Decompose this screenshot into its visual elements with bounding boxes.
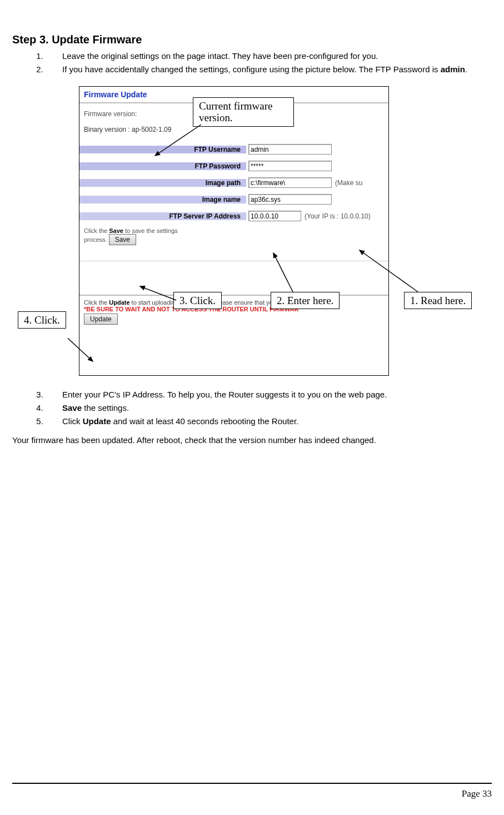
hint-image-path: (Make su	[335, 179, 362, 187]
list-item: Save the settings.	[46, 402, 492, 414]
list-item: If you have accidentally changed the set…	[46, 64, 492, 75]
callout-step4: 4. Click.	[18, 311, 66, 329]
input-image-name[interactable]	[248, 194, 332, 205]
label-ftp-username: FTP Username	[79, 146, 246, 153]
step-title: Step 3. Update Firmware	[12, 33, 492, 46]
save-row: Click the Save to save the settings proc…	[79, 225, 388, 246]
binary-version: Binary version : ap-5002-1.09	[79, 126, 388, 141]
input-ftp-username[interactable]	[248, 144, 332, 155]
list-item: Click Update and wait at least 40 second…	[46, 416, 492, 427]
label-ftp-ip: FTP Server IP Address	[79, 212, 246, 220]
callout-step3: 3. Click.	[173, 292, 222, 310]
save-button[interactable]: Save	[109, 234, 136, 245]
save-instruction: Click the Save to save the settings proc…	[84, 226, 178, 245]
row-image-name: Image name	[79, 191, 388, 208]
document-page: Step 3. Update Firmware Leave the origin…	[0, 0, 504, 815]
input-ftp-password[interactable]	[248, 161, 332, 171]
input-ftp-ip[interactable]	[248, 211, 301, 221]
label-image-path: Image path	[79, 179, 246, 187]
label-ftp-password: FTP Password	[79, 162, 246, 170]
row-ftp-password: FTP Password	[79, 158, 388, 175]
label-image-name: Image name	[79, 196, 246, 203]
input-image-path[interactable]	[248, 177, 332, 188]
firmware-update-panel: Firmware Update Firmware version: Binary…	[79, 86, 389, 376]
row-ftp-username: FTP Username	[79, 141, 388, 158]
list-item: Enter your PC's IP Address. To help you,…	[46, 389, 492, 400]
update-button[interactable]: Update	[84, 314, 118, 325]
callout-step1: 1. Read here.	[404, 292, 472, 310]
footer-rule	[12, 783, 492, 784]
row-ftp-ip: FTP Server IP Address (Your IP is : 10.0…	[79, 208, 388, 225]
figure-wrapper: Firmware Update Firmware version: Binary…	[68, 83, 504, 389]
page-number: Page 33	[462, 788, 492, 799]
hint-ftp-ip: (Your IP is : 10.0.0.10)	[305, 212, 371, 220]
closing-paragraph: Your firmware has been updated. After re…	[12, 435, 492, 446]
instruction-list-bottom: Enter your PC's IP Address. To help you,…	[46, 389, 492, 428]
update-block: Click the Update to start uploading of f…	[79, 296, 388, 328]
panel-spacer	[79, 261, 388, 296]
list-item: Leave the original settings on the page …	[46, 51, 492, 62]
callout-firmware-version: Current firmware version.	[193, 97, 294, 127]
form-area: FTP Username FTP Password Image path (Ma…	[79, 141, 388, 225]
callout-step2: 2. Enter here.	[271, 292, 340, 310]
row-image-path: Image path (Make su	[79, 175, 388, 191]
instruction-list-top: Leave the original settings on the page …	[46, 51, 492, 76]
